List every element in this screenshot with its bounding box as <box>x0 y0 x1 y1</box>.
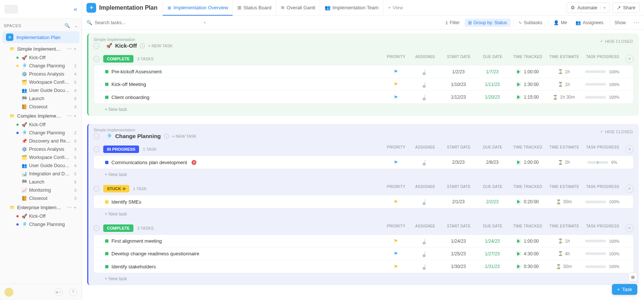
time-estimate[interactable]: ⌛1h <box>546 239 582 244</box>
assignee-placeholder[interactable] <box>424 159 425 165</box>
new-task-header-button[interactable]: + NEW TASK <box>172 134 197 138</box>
view-tab[interactable]: ≋Overall Gantt <box>276 0 320 15</box>
collapse-group-icon[interactable]: – <box>94 56 100 62</box>
list-row[interactable]: 🏁Launch8 <box>13 95 79 103</box>
task-progress[interactable]: 100% <box>582 264 623 269</box>
new-task-row-button[interactable]: + New task <box>94 273 634 283</box>
time-tracked[interactable]: 1:15:00 <box>509 95 546 100</box>
task-status-icon[interactable] <box>105 96 108 99</box>
hide-closed-button[interactable]: ✓HIDE CLOSED <box>600 39 633 44</box>
start-date[interactable]: 2/1/23 <box>441 199 476 204</box>
search-box[interactable]: 🔍 ▾ <box>86 20 206 25</box>
collapse-group-icon[interactable]: – <box>94 225 100 231</box>
task-row[interactable]: Kick-off Meeting ⚑ 1/10/23 1/11/23 1:30:… <box>94 78 633 91</box>
play-icon[interactable] <box>516 238 521 244</box>
hide-closed-button[interactable]: ✓HIDE CLOSED <box>600 129 633 134</box>
time-estimate[interactable]: ⌛1h <box>546 69 582 74</box>
priority-flag-icon[interactable]: ⚑ <box>394 238 398 244</box>
list-row[interactable]: 👥User Guide Docu…4 <box>13 162 79 170</box>
assignee-placeholder[interactable] <box>424 238 425 244</box>
list-row[interactable]: 🗂️Workspace Confi…5 <box>13 153 79 162</box>
view-tab[interactable]: ≣Implementation Overview <box>162 0 233 16</box>
play-icon[interactable] <box>516 95 521 100</box>
due-date[interactable]: 1/11/23 <box>476 82 509 87</box>
folder-menu-icon[interactable]: ⋯ <box>67 113 72 119</box>
chevron-down-icon[interactable]: ▾ <box>600 6 606 10</box>
new-task-header-button[interactable]: + NEW TASK <box>148 44 173 48</box>
collapse-section-icon[interactable]: – <box>94 43 100 49</box>
show-chip[interactable]: Show <box>610 19 629 27</box>
due-date[interactable]: 1/7/23 <box>476 69 509 74</box>
view-tab[interactable]: ⊞Status Board <box>233 0 276 15</box>
due-date[interactable]: 1/20/23 <box>476 95 509 100</box>
priority-flag-icon[interactable]: ⚑ <box>394 264 398 269</box>
assignee-placeholder[interactable] <box>424 264 425 269</box>
time-tracked[interactable]: 1:00:00 <box>509 69 546 74</box>
add-column-button[interactable]: + <box>625 224 634 232</box>
list-row[interactable]: 🏁Launch8 <box>13 178 79 186</box>
due-date[interactable]: 2/2/23 <box>476 199 509 204</box>
status-pill[interactable]: STUCK ⟳ <box>103 185 129 192</box>
more-icon[interactable]: ⋯ <box>634 19 640 26</box>
due-date[interactable]: 1/31/23 <box>476 264 509 269</box>
folder-row[interactable]: 📁Enterprise Implem…⋯+ <box>7 203 79 212</box>
priority-flag-icon[interactable]: ⚑ <box>394 160 398 165</box>
list-row[interactable]: 📌Discovery and Re…6 <box>13 137 79 145</box>
new-task-row-button[interactable]: + New task <box>94 169 634 179</box>
assignee-placeholder[interactable] <box>424 69 425 75</box>
new-task-row-button[interactable]: + New task <box>94 208 634 218</box>
folder-menu-icon[interactable]: ⋯ <box>67 46 72 52</box>
start-date[interactable]: 2/3/23 <box>441 160 476 165</box>
time-estimate[interactable]: ⌛30m <box>546 199 582 204</box>
task-progress[interactable]: 100% <box>582 70 623 74</box>
task-progress[interactable]: 100% <box>582 82 623 87</box>
assignee-placeholder[interactable] <box>424 251 425 257</box>
list-row[interactable]: 🎐Change Planning2 <box>13 129 79 137</box>
assignee-placeholder[interactable] <box>424 199 425 205</box>
task-status-icon[interactable] <box>105 239 108 243</box>
view-tab[interactable]: 👥Implementation Team <box>320 0 383 15</box>
folder-add-icon[interactable]: + <box>73 205 76 210</box>
status-pill[interactable]: COMPLETE <box>103 55 133 63</box>
play-icon[interactable] <box>516 264 521 269</box>
collapse-group-icon[interactable]: – <box>94 146 100 152</box>
start-date[interactable]: 1/12/23 <box>441 95 476 100</box>
breadcrumb[interactable]: Simple Implementation <box>94 128 634 132</box>
due-date[interactable]: 2/8/23 <box>476 160 509 165</box>
list-row[interactable]: 📙Closeout3 <box>13 194 79 202</box>
task-progress[interactable]: 100% <box>582 200 623 204</box>
folder-add-icon[interactable]: + <box>73 46 76 52</box>
play-icon[interactable] <box>516 199 521 205</box>
due-date[interactable]: 1/27/23 <box>476 251 509 256</box>
list-row[interactable]: 📊Integration and D…5 <box>13 170 79 178</box>
task-progress[interactable]: 0% <box>582 160 623 165</box>
start-date[interactable]: 1/24/23 <box>441 239 476 244</box>
start-date[interactable]: 1/2/23 <box>441 69 476 74</box>
time-estimate[interactable]: ⌛2h <box>546 160 582 165</box>
add-view-button[interactable]: + View <box>383 0 408 15</box>
assignees-chip[interactable]: 👥Assignees <box>572 19 607 27</box>
priority-flag-icon[interactable]: ⚑ <box>394 199 398 205</box>
assignee-placeholder[interactable] <box>424 82 425 87</box>
folder-menu-icon[interactable]: ⋯ <box>67 204 72 210</box>
task-status-icon[interactable] <box>105 161 108 164</box>
list-row[interactable]: 🚀Kick-Off <box>13 54 79 62</box>
play-icon[interactable] <box>516 251 521 256</box>
time-tracked[interactable]: 1:00:00 <box>509 160 546 165</box>
task-progress[interactable]: 100% <box>582 252 623 256</box>
info-icon[interactable]: i <box>140 43 145 48</box>
priority-flag-icon[interactable]: ⚑ <box>394 95 398 100</box>
priority-flag-icon[interactable]: ⚑ <box>394 82 398 87</box>
start-date[interactable]: 1/25/23 <box>441 251 476 256</box>
group-by-chip[interactable]: ⊞Group by: Status <box>465 19 511 27</box>
time-estimate[interactable]: ⌛1h 30m <box>546 95 582 100</box>
list-row[interactable]: 🎐Change Planning <box>13 220 79 229</box>
list-row[interactable]: 📈Monitoring3 <box>13 186 79 194</box>
list-row[interactable]: ⚙️Process Analysis3 <box>13 145 79 153</box>
folder-add-icon[interactable]: + <box>73 113 76 119</box>
due-date[interactable]: 1/24/23 <box>476 239 509 244</box>
filter-chip[interactable]: ⫿Filter <box>442 19 463 27</box>
task-progress[interactable]: 100% <box>582 95 623 99</box>
me-chip[interactable]: 👤Me <box>549 19 571 27</box>
spaces-chevron-icon[interactable]: ⌄ <box>74 23 78 28</box>
